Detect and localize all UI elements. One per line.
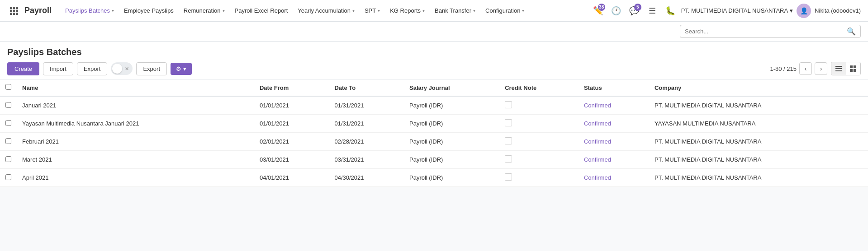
toggle-button[interactable]: ✕ — [111, 62, 133, 75]
header-credit-note[interactable]: Credit Note — [499, 79, 579, 96]
chevron-down-icon: ▾ — [223, 8, 225, 13]
nav-item-kg-reports[interactable]: KG Reports ▾ — [385, 5, 429, 16]
gear-icon: ⚙ — [176, 65, 181, 72]
credit-note-checkbox[interactable] — [505, 119, 512, 126]
header-date-from[interactable]: Date From — [254, 79, 329, 96]
avatar[interactable]: 👤 — [797, 4, 811, 18]
table-row[interactable]: Yayasan Multimedia Nusantara Januari 202… — [0, 115, 868, 133]
table-row[interactable]: Maret 2021 03/01/2021 03/31/2021 Payroll… — [0, 151, 868, 169]
search-input[interactable] — [685, 28, 847, 35]
search-container: 🔍 — [680, 25, 861, 38]
bug-icon-button[interactable]: 🐛 — [663, 4, 678, 18]
row-checkbox-cell — [0, 133, 17, 151]
row-company: PT. MULTIMEDIA DIGITAL NUSANTARA — [649, 151, 868, 169]
table-row[interactable]: April 2021 04/01/2021 04/30/2021 Payroll… — [0, 169, 868, 187]
nav-item-employee-payslips[interactable]: Employee Payslips — [119, 5, 178, 16]
svg-rect-15 — [854, 69, 856, 72]
company-selector[interactable]: PT. MULTIMEDIA DIGITAL NUSANTARA ▾ — [681, 7, 793, 14]
row-date-to: 02/28/2021 — [329, 133, 404, 151]
nav-item-spt[interactable]: SPT ▾ — [360, 5, 384, 16]
row-checkbox[interactable] — [5, 174, 11, 180]
pagination-text: 1-80 / 215 — [770, 65, 797, 72]
select-all-checkbox[interactable] — [5, 84, 11, 90]
chevron-down-icon: ▾ — [522, 8, 524, 13]
row-name: April 2021 — [17, 169, 254, 187]
svg-rect-6 — [10, 13, 12, 15]
clock-icon: 🕐 — [611, 6, 621, 16]
list-view-button[interactable] — [831, 62, 846, 75]
toggle-knob — [112, 64, 122, 74]
chevron-down-icon: ▾ — [352, 8, 355, 13]
row-date-to: 01/31/2021 — [329, 115, 404, 133]
chevron-down-icon: ▾ — [378, 8, 380, 13]
nav-item-payroll-excel[interactable]: Payroll Excel Report — [230, 5, 293, 16]
table-body: Januari 2021 01/01/2021 01/31/2021 Payro… — [0, 96, 868, 187]
row-name: Yayasan Multimedia Nusantara Januari 202… — [17, 115, 254, 133]
nav-item-bank-transfer[interactable]: Bank Transfer ▾ — [430, 5, 480, 16]
table-row[interactable]: Januari 2021 01/01/2021 01/31/2021 Payro… — [0, 96, 868, 115]
list-icon-button[interactable]: ☰ — [645, 4, 659, 18]
row-credit-note — [499, 169, 579, 187]
row-date-from: 01/01/2021 — [254, 115, 329, 133]
svg-rect-5 — [16, 9, 18, 12]
page-next-button[interactable]: › — [815, 62, 827, 75]
chat-badge: 5 — [634, 4, 641, 11]
table-container: Name Date From Date To Salary Journal Cr… — [0, 79, 868, 187]
status-badge: Confirmed — [584, 174, 611, 181]
row-name: Maret 2021 — [17, 151, 254, 169]
row-date-from: 04/01/2021 — [254, 169, 329, 187]
svg-rect-11 — [835, 70, 842, 71]
row-status: Confirmed — [579, 96, 649, 115]
apps-icon[interactable] — [7, 4, 21, 18]
row-checkbox-cell — [0, 115, 17, 133]
row-credit-note — [499, 133, 579, 151]
toggle-x-icon: ✕ — [125, 66, 129, 72]
row-checkbox-cell — [0, 169, 17, 187]
create-button[interactable]: Create — [7, 62, 39, 75]
svg-rect-7 — [13, 13, 15, 15]
page-prev-button[interactable]: ‹ — [799, 62, 812, 75]
user-name[interactable]: Nikita (odoodev1) — [815, 7, 861, 14]
row-company: PT. MULTIMEDIA DIGITAL NUSANTARA — [649, 169, 868, 187]
row-salary-journal: Payroll (IDR) — [404, 151, 499, 169]
import-button[interactable]: Import — [43, 62, 73, 75]
export-button[interactable]: Export — [77, 62, 108, 75]
nav-item-configuration[interactable]: Configuration ▾ — [481, 5, 529, 16]
row-checkbox-cell — [0, 151, 17, 169]
row-credit-note — [499, 115, 579, 133]
row-salary-journal: Payroll (IDR) — [404, 96, 499, 115]
header-date-to[interactable]: Date To — [329, 79, 404, 96]
row-checkbox[interactable] — [5, 138, 11, 144]
page-title: Payslips Batches — [7, 47, 861, 57]
header-company[interactable]: Company — [649, 79, 868, 96]
row-checkbox[interactable] — [5, 156, 11, 162]
credit-note-checkbox[interactable] — [505, 173, 512, 181]
export2-button[interactable]: Export — [136, 62, 167, 75]
table-row[interactable]: Februari 2021 02/01/2021 02/28/2021 Payr… — [0, 133, 868, 151]
svg-rect-3 — [10, 9, 12, 12]
chat-icon-button[interactable]: 💬 5 — [627, 4, 641, 18]
gear-button[interactable]: ⚙ ▾ — [171, 63, 192, 75]
row-checkbox[interactable] — [5, 102, 11, 108]
nav-item-yearly-accumulation[interactable]: Yearly Accumulation ▾ — [293, 5, 359, 16]
row-checkbox[interactable] — [5, 120, 11, 126]
status-badge: Confirmed — [584, 102, 611, 109]
row-credit-note — [499, 96, 579, 115]
header-name[interactable]: Name — [17, 79, 254, 96]
row-status: Confirmed — [579, 133, 649, 151]
pencil-icon-button[interactable]: ✏️ 38 — [591, 4, 605, 18]
search-icon[interactable]: 🔍 — [847, 27, 856, 36]
list-icon: ☰ — [649, 6, 656, 16]
clock-icon-button[interactable]: 🕐 — [609, 4, 623, 18]
header-salary-journal[interactable]: Salary Journal — [404, 79, 499, 96]
credit-note-checkbox[interactable] — [505, 155, 512, 163]
credit-note-checkbox[interactable] — [505, 137, 512, 144]
table-header-row: Name Date From Date To Salary Journal Cr… — [0, 79, 868, 96]
svg-rect-9 — [835, 66, 842, 67]
header-status[interactable]: Status — [579, 79, 649, 96]
credit-note-checkbox[interactable] — [505, 101, 512, 108]
brand-logo[interactable]: Payroll — [24, 6, 52, 15]
nav-item-remuneration[interactable]: Remuneration ▾ — [179, 5, 229, 16]
nav-item-payslips-batches[interactable]: Payslips Batches ▾ — [61, 5, 119, 16]
grid-view-button[interactable] — [846, 62, 860, 75]
